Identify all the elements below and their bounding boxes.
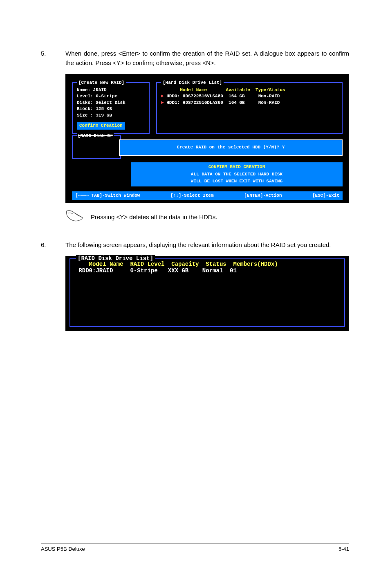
step5-text: When done, press <Enter> to confirm the … xyxy=(65,49,349,67)
key-tab: [←――→ TAB]-Switch Window xyxy=(75,193,140,199)
field-size: Size : 319 GB xyxy=(77,112,145,119)
step5-number: 5. xyxy=(41,49,53,67)
marker-icon: ► xyxy=(161,94,164,99)
key-enter: [ENTER]-Action xyxy=(244,193,282,199)
create-new-raid-panel: [Create New RAID] Name: JRAID Level: 0-S… xyxy=(72,82,150,134)
raid-disk-drive-panel-truncated: [RAID Disk Dr xyxy=(72,135,121,159)
confirm-popup[interactable]: Create RAID on the selected HDD (Y/N)? Y xyxy=(119,139,343,155)
marker-icon: ► xyxy=(161,100,164,105)
page-footer: ASUS P5B Deluxe 5-41 xyxy=(41,543,349,552)
terminal-footer-keys: [←――→ TAB]-Switch Window [↑↓]-Select Ite… xyxy=(72,191,343,200)
hdd-header-row: Model Name Available Type/Status xyxy=(161,87,338,93)
panel-title: [RAID Disk Drive List] xyxy=(76,255,155,262)
field-block: Block: 128 KB xyxy=(77,106,145,112)
hdd-row-0: ► HDD0: HDS722516VLSA80 164 GB Non-RAID xyxy=(161,93,338,99)
key-arrows: [↑↓]-Select Item xyxy=(170,193,214,199)
field-disks: Disks: Select Disk xyxy=(77,100,145,106)
hdd-row-1: ► HDD1: HDS722516DLA380 164 GB Non-RAID xyxy=(161,100,338,106)
field-name: Name: JRAID xyxy=(77,87,145,93)
confirm-creation-button[interactable]: Confirm Creation xyxy=(77,122,125,130)
note-hand-icon xyxy=(65,210,83,224)
footer-right: 5-41 xyxy=(338,546,349,552)
panel-title: [Create New RAID] xyxy=(77,80,126,86)
panel-title: [RAID Disk Dr xyxy=(77,133,114,139)
field-level: Level: 0-Stripe xyxy=(77,93,145,99)
note-text: Pressing <Y> deletes all the data in the… xyxy=(91,213,217,220)
key-esc: [ESC]-Exit xyxy=(312,193,339,199)
footer-left: ASUS P5B Deluxe xyxy=(41,546,85,552)
raid-disk-drive-list-panel: [RAID Disk Drive List] Model Name RAID L… xyxy=(69,258,345,327)
terminal-screenshot-2: [RAID Disk Drive List] Model Name RAID L… xyxy=(65,256,349,331)
panel-title: [Hard Disk Drive List] xyxy=(161,80,224,86)
raid-row-0: RDD0:JRAID 0-Stripe XXX GB Normal 01 xyxy=(75,267,339,274)
step6-text: The following screen appears, displaying… xyxy=(65,240,349,250)
hdd-list-panel: [Hard Disk Drive List] Model Name Availa… xyxy=(156,82,343,134)
header-row: Model Name RAID Level Capacity Status Me… xyxy=(75,261,339,267)
terminal-screenshot-1: [Create New RAID] Name: JRAID Level: 0-S… xyxy=(65,74,349,203)
confirm-raid-creation-pill: CONFIRM RAID CREATION ALL DATA ON THE SE… xyxy=(131,162,343,186)
step6-number: 6. xyxy=(41,240,53,250)
